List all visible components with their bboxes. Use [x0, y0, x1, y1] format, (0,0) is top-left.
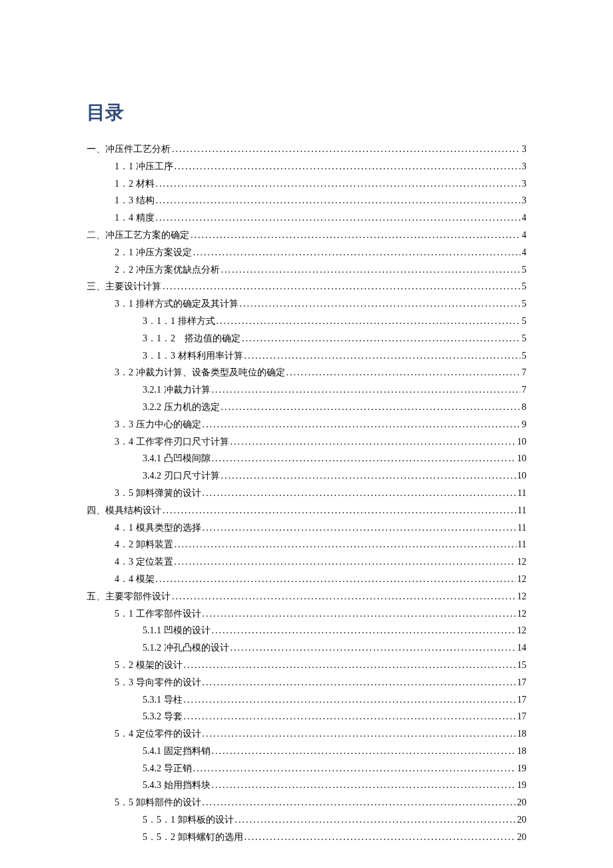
toc-entry[interactable]: 3．1．1 排样方式5	[87, 313, 526, 329]
toc-entry-text: 2．1 冲压方案设定	[115, 245, 192, 261]
toc-leader-dots	[221, 262, 521, 278]
toc-leader-dots	[212, 451, 516, 467]
toc-entry-text: 3.2.1 冲裁力计算	[143, 382, 211, 398]
toc-entry-text: 5.4.3 始用挡料块	[143, 777, 211, 793]
toc-entry[interactable]: 3．2 冲裁力计算、设备类型及吨位的确定7	[87, 365, 526, 381]
toc-entry-page: 5	[522, 331, 526, 347]
toc-entry-page: 8	[522, 399, 526, 415]
toc-entry[interactable]: 五、主要零部件设计12	[87, 589, 526, 605]
toc-entry-page: 7	[522, 365, 526, 381]
toc-entry[interactable]: 4．2 卸料装置11	[87, 537, 526, 553]
toc-entry-page: 4	[522, 245, 526, 261]
toc-entry[interactable]: 5.4.3 始用挡料块19	[87, 777, 526, 793]
toc-leader-dots	[191, 227, 520, 243]
toc-entry[interactable]: 5．3 导向零件的设计17	[87, 675, 526, 691]
toc-entry-text: 4．1 模具类型的选择	[115, 520, 201, 536]
toc-leader-dots	[221, 399, 521, 415]
toc-entry[interactable]: 4．4 模架12	[87, 571, 526, 587]
toc-leader-dots	[156, 193, 521, 209]
toc-entry[interactable]: 二、冲压工艺方案的确定4	[87, 227, 526, 243]
toc-entry-page: 12	[517, 571, 526, 587]
toc-entry-page: 3	[522, 159, 526, 175]
toc-entry[interactable]: 1．2 材料3	[87, 176, 526, 192]
toc-entry[interactable]: 3.4.1 凸凹模间隙10	[87, 451, 526, 467]
toc-entry-page: 19	[517, 761, 526, 777]
toc-entry[interactable]: 3．1．2 搭边值的确定5	[87, 331, 526, 347]
toc-entry[interactable]: 3.2.1 冲裁力计算7	[87, 382, 526, 398]
toc-entry[interactable]: 1．1 冲压工序3	[87, 159, 526, 175]
toc-entry-text: 5．5 卸料部件的设计	[115, 795, 201, 811]
toc-entry-text: 1．2 材料	[115, 176, 155, 192]
toc-entry[interactable]: 3．1 排样方式的确定及其计算5	[87, 296, 526, 312]
toc-entry-text: 5．2 模架的设计	[115, 657, 183, 673]
toc-entry[interactable]: 2．2 冲压方案优缺点分析5	[87, 262, 526, 278]
toc-entry-page: 11	[518, 537, 526, 553]
toc-entry[interactable]: 5．1 工作零部件设计12	[87, 606, 526, 622]
toc-entry[interactable]: 一、冲压件工艺分析3	[87, 141, 526, 157]
toc-entry[interactable]: 3．4 工作零件刃口尺寸计算10	[87, 434, 526, 450]
toc-leader-dots	[156, 571, 516, 587]
toc-entry-text: 3．1．1 排样方式	[143, 313, 215, 329]
toc-entry[interactable]: 5.3.2 导套17	[87, 709, 526, 725]
toc-entry-page: 15	[517, 657, 526, 673]
toc-entry-page: 14	[517, 640, 526, 656]
toc-entry-page: 20	[517, 829, 526, 845]
toc-entry-text: 1．4 精度	[115, 210, 155, 226]
toc-entry[interactable]: 1．3 结构3	[87, 193, 526, 209]
toc-entry[interactable]: 5.3.1 导柱17	[87, 692, 526, 708]
toc-leader-dots	[184, 709, 516, 725]
toc-leader-dots	[175, 554, 516, 570]
toc-entry[interactable]: 5.4.1 固定挡料销18	[87, 743, 526, 759]
toc-entry[interactable]: 3.4.2 刃口尺寸计算10	[87, 468, 526, 484]
toc-entry-text: 2．2 冲压方案优缺点分析	[115, 262, 220, 278]
toc-entry[interactable]: 3．3 压力中心的确定9	[87, 417, 526, 433]
toc-entry[interactable]: 1．4 精度4	[87, 210, 526, 226]
toc-entry[interactable]: 3．1．3 材料利用率计算5	[87, 348, 526, 364]
toc-entry[interactable]: 5．2 模架的设计15	[87, 657, 526, 673]
toc-entry-page: 12	[517, 606, 526, 622]
toc-entry-text: 5.1.2 冲孔凸模的设计	[143, 640, 229, 656]
toc-entry-page: 20	[517, 795, 526, 811]
toc-leader-dots	[217, 313, 521, 329]
toc-leader-dots	[172, 141, 520, 157]
toc-entry[interactable]: 5．5．1 卸料板的设计20	[87, 812, 526, 828]
toc-leader-dots	[172, 589, 516, 605]
toc-entry-text: 1．3 结构	[115, 193, 155, 209]
toc-entry-page: 10	[517, 434, 526, 450]
toc-entry-text: 5.1.1 凹模的设计	[143, 623, 211, 639]
toc-entry-text: 3．1．2 搭边值的确定	[143, 331, 241, 347]
toc-entry[interactable]: 5.1.1 凹模的设计12	[87, 623, 526, 639]
toc-entry[interactable]: 2．1 冲压方案设定4	[87, 245, 526, 261]
toc-entry[interactable]: 5.4.2 导正销19	[87, 761, 526, 777]
toc-leader-dots	[242, 331, 520, 347]
toc-entry-text: 五、主要零部件设计	[87, 589, 171, 605]
toc-entry[interactable]: 5．5．2 卸料螺钉的选用20	[87, 829, 526, 845]
toc-entry[interactable]: 5.1.2 冲孔凸模的设计14	[87, 640, 526, 656]
toc-entry[interactable]: 三、主要设计计算5	[87, 279, 526, 295]
toc-entry[interactable]: 4．1 模具类型的选择11	[87, 520, 526, 536]
toc-leader-dots	[193, 245, 521, 261]
toc-leader-dots	[240, 296, 521, 312]
toc-entry-text: 5.4.1 固定挡料销	[143, 743, 211, 759]
toc-leader-dots	[203, 520, 516, 536]
toc-entry[interactable]: 四、模具结构设计11	[87, 503, 526, 519]
toc-entry[interactable]: 5．5 卸料部件的设计20	[87, 795, 526, 811]
toc-leader-dots	[212, 382, 521, 398]
toc-entry-text: 5.3.2 导套	[143, 709, 183, 725]
toc-leader-dots	[203, 795, 516, 811]
toc-entry-text: 3.4.1 凸凹模间隙	[143, 451, 211, 467]
toc-entry-text: 5．1 工作零部件设计	[115, 606, 201, 622]
toc-leader-dots	[203, 606, 516, 622]
toc-entry-text: 1．1 冲压工序	[115, 159, 173, 175]
toc-entry[interactable]: 4．3 定位装置12	[87, 554, 526, 570]
toc-entry-page: 17	[517, 692, 526, 708]
toc-entry-text: 3.4.2 刃口尺寸计算	[143, 468, 220, 484]
toc-leader-dots	[212, 743, 516, 759]
toc-entry-page: 19	[517, 777, 526, 793]
toc-title: 目录	[87, 100, 526, 125]
toc-entry[interactable]: 3.2.2 压力机的选定8	[87, 399, 526, 415]
toc-entry[interactable]: 5．4 定位零件的设计18	[87, 726, 526, 742]
toc-leader-dots	[203, 417, 521, 433]
toc-entry[interactable]: 3．5 卸料弹簧的设计11	[87, 485, 526, 501]
toc-leader-dots	[221, 468, 516, 484]
